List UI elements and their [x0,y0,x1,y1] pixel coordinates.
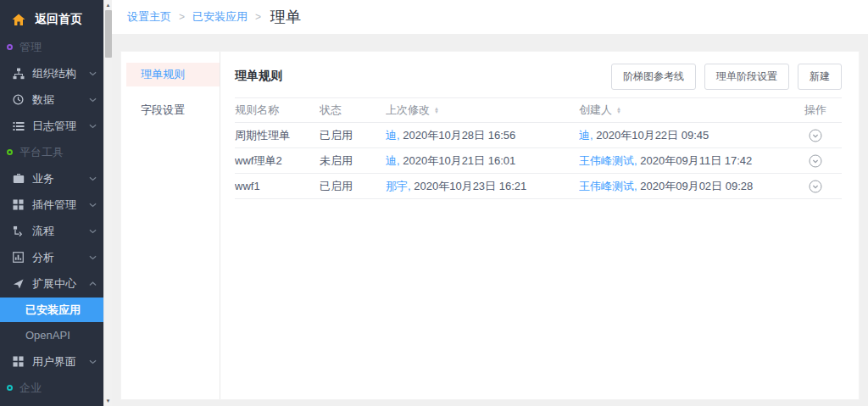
sidebar-item-analysis[interactable]: 分析 [0,244,103,270]
sidebar-scrollbar[interactable]: ▲ ▼ [103,0,112,406]
table-row: wwf理单2 未启用 迪, 2020年10月21日 16:01 王伟峰测试, 2… [235,148,842,174]
sidebar-item-plugin-management[interactable]: 插件管理 [0,192,103,218]
chevron-down-icon [89,255,97,260]
scroll-up-arrow-icon[interactable]: ▲ [106,0,111,10]
settings-tab-panel: 理单规则 字段设置 [121,52,220,399]
sidebar-item-label: 数据 [32,92,54,108]
rule-name: wwf1 [235,180,320,192]
rule-name: wwf理单2 [235,153,320,169]
rule-status: 已启用 [320,128,386,143]
last-modified-cell: 那宇, 2020年10月23日 16:21 [386,179,579,194]
chevron-down-icon [89,124,97,129]
modifier-link[interactable]: 迪, [386,154,400,167]
actions-cell [789,154,842,168]
creator-link[interactable]: 王伟峰测试, [579,180,637,192]
back-home-label: 返回首页 [35,12,82,27]
breadcrumb: 设置主页 > 已安装应用 > 理单 [112,0,868,34]
rule-status: 未启用 [320,153,386,169]
sidebar-item-data[interactable]: 数据 [0,86,103,113]
column-header-label: 操作 [804,103,826,118]
column-header-label: 创建人 [579,103,612,118]
create-new-button[interactable]: 新建 [798,64,842,90]
row-actions-dropdown-icon[interactable] [809,154,822,168]
sidebar-item-label: 日志管理 [32,119,76,134]
sidebar-item-log-management[interactable]: 日志管理 [0,113,103,139]
sidebar-item-workflow[interactable]: 流程 [0,218,103,244]
chevron-down-icon [89,97,97,103]
tab-rule-settings[interactable]: 理单规则 [126,63,220,86]
sidebar-item-label: 用户界面 [32,354,76,370]
sidebar-item-org-structure[interactable]: 组织结构 [0,60,103,86]
sidebar-item-label: 流程 [32,224,54,239]
modified-date: 2020年10月21日 16:01 [403,154,515,167]
ui-grid-icon [12,356,25,367]
rule-status: 已启用 [320,179,386,194]
stage-settings-button[interactable]: 理单阶段设置 [704,64,789,90]
rocket-icon [12,278,25,289]
sidebar-subitem-installed-apps[interactable]: 已安装应用 [0,298,103,322]
creator-cell: 王伟峰测试, 2020年09月11日 17:42 [579,153,789,169]
scroll-down-arrow-icon[interactable]: ▼ [106,396,111,406]
column-header-rule-name: 规则名称 [235,103,320,118]
row-actions-dropdown-icon[interactable] [809,180,822,193]
table-header-row: 规则名称 状态 上次修改 ▲▼ 创建人 ▲▼ 操作 [235,97,842,123]
last-modified-cell: 迪, 2020年10月21日 16:01 [386,153,579,169]
actions-cell [789,180,842,193]
tab-field-settings[interactable]: 字段设置 [126,98,220,122]
sidebar-item-back-home[interactable]: 返回首页 [0,5,103,34]
step-chart-reference-line-button[interactable]: 阶梯图参考线 [611,64,696,90]
sidebar-subitem-openapi[interactable]: OpenAPI [0,323,103,348]
chart-icon [12,252,25,263]
column-header-last-modified: 上次修改 ▲▼ [386,103,579,118]
chevron-up-icon [89,281,97,286]
section-label: 企业 [19,381,42,396]
modified-date: 2020年10月23日 16:21 [414,180,526,192]
chevron-down-icon [89,71,97,76]
modified-date: 2020年10月28日 16:56 [403,129,515,142]
section-label: 平台工具 [19,145,64,160]
section-dot-icon [7,44,13,50]
row-actions-dropdown-icon[interactable] [809,129,822,142]
sidebar-subitem-label: 已安装应用 [25,303,81,318]
sidebar-subitem-label: OpenAPI [25,329,70,342]
chevron-down-icon [89,203,97,208]
creator-cell: 迪, 2020年10月22日 09:45 [579,128,789,143]
briefcase-icon [12,173,25,184]
toolbar: 阶梯图参考线 理单阶段设置 新建 [611,64,842,90]
sidebar-item-business[interactable]: 业务 [0,165,103,192]
last-modified-cell: 迪, 2020年10月28日 16:56 [386,128,579,143]
panel-header: 理单规则 阶梯图参考线 理单阶段设置 新建 [235,62,842,91]
sidebar-item-label: 业务 [32,171,54,186]
plugin-grid-icon [12,199,25,210]
modifier-link[interactable]: 那宇, [386,180,411,192]
chevron-down-icon [89,359,97,364]
list-icon [12,121,25,131]
rules-panel: 理单规则 阶梯图参考线 理单阶段设置 新建 规则名称 状态 上次修改 ▲▼ [220,52,859,399]
clock-icon [12,94,25,105]
panel-title: 理单规则 [235,69,282,84]
sidebar-item-user-interface[interactable]: 用户界面 [0,348,103,375]
creator-cell: 王伟峰测试, 2020年09月02日 09:28 [579,179,789,194]
created-date: 2020年10月22日 09:45 [596,129,709,142]
actions-cell [789,129,842,142]
creator-link[interactable]: 王伟峰测试, [579,154,637,167]
breadcrumb-separator: > [255,11,261,23]
sidebar-section-platform-tools: 平台工具 [0,139,103,165]
modifier-link[interactable]: 迪, [386,129,400,142]
creator-link[interactable]: 迪, [579,129,593,142]
sort-icon[interactable]: ▲▼ [616,107,621,114]
rules-table: 规则名称 状态 上次修改 ▲▼ 创建人 ▲▼ 操作 [235,97,842,199]
column-header-status: 状态 [320,103,386,118]
scrollbar-thumb[interactable] [105,10,112,58]
breadcrumb-link-settings-home[interactable]: 设置主页 [127,9,171,25]
sidebar-item-label: 插件管理 [32,197,76,213]
breadcrumb-link-installed-apps[interactable]: 已安装应用 [192,9,248,25]
rule-name: 周期性理单 [235,128,320,143]
sidebar-item-extension-center[interactable]: 扩展中心 [0,270,103,297]
sidebar-section-admin: 管理 [0,34,103,60]
sort-icon[interactable]: ▲▼ [434,107,439,114]
sidebar-item-label: 扩展中心 [32,276,76,292]
section-dot-icon [7,385,13,391]
section-label: 管理 [19,40,42,55]
breadcrumb-separator: > [179,11,185,23]
